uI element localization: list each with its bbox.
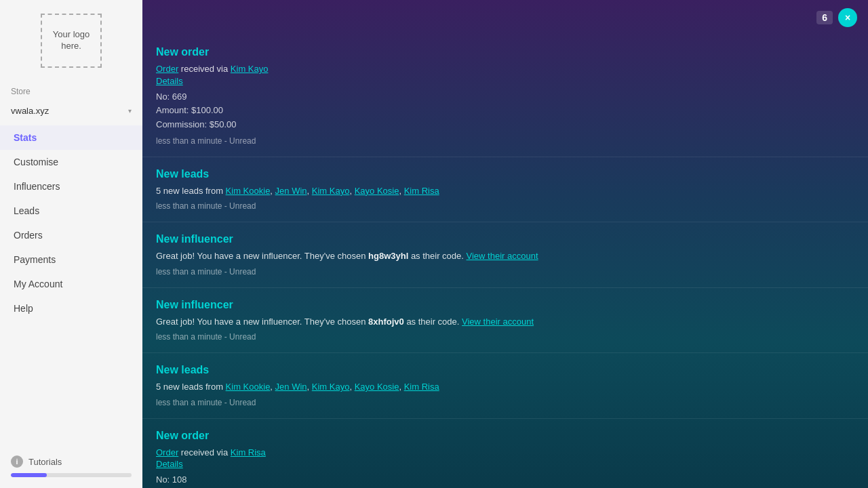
detail-no-2: No: 108 <box>156 473 854 487</box>
store-label: Store <box>0 81 142 102</box>
person-link-2[interactable]: Kim Risa <box>231 447 266 458</box>
order-link-1[interactable]: Order <box>156 64 178 74</box>
sidebar-item-payments[interactable]: Payments <box>0 247 142 272</box>
sidebar-item-influencers[interactable]: Influencers <box>0 174 142 199</box>
lead-link-kimrisa-2[interactable]: Kim Risa <box>404 382 439 392</box>
notification-item-new-leads-1: New leads 5 new leads from Kim Kookie, J… <box>142 157 868 223</box>
lead-link-jenwin-2[interactable]: Jen Win <box>275 382 307 392</box>
tutorials-label: Tutorials <box>28 457 62 467</box>
notification-badge: 6 <box>816 11 833 24</box>
view-account-link-1[interactable]: View their account <box>467 251 538 261</box>
notif-title-6: New order <box>156 430 854 442</box>
tutorials-progress-bar <box>11 473 132 477</box>
view-account-link-2[interactable]: View their account <box>462 317 534 327</box>
sidebar-item-help[interactable]: Help <box>0 296 142 321</box>
tutorials-icon: i <box>11 455 23 468</box>
notification-item-influencer-2: New influencer Great job! You have a new… <box>142 288 868 354</box>
logo-box: Your logo here. <box>41 14 102 68</box>
sidebar: Your logo here. Store vwala.xyz ▾ Stats … <box>0 0 142 488</box>
notif-title-3: New influencer <box>156 233 854 245</box>
lead-link-kayokosie-1[interactable]: Kayo Kosie <box>355 186 399 196</box>
details-link-2[interactable]: Details <box>156 459 854 469</box>
logo-area: Your logo here. <box>0 0 142 81</box>
lead-link-kimkayo-1[interactable]: Kim Kayo <box>312 186 350 196</box>
notification-header: 6 × <box>142 0 868 35</box>
lead-link-kimrisa-1[interactable]: Kim Risa <box>404 186 439 196</box>
sidebar-item-customise[interactable]: Customise <box>0 150 142 174</box>
close-notifications-button[interactable]: × <box>838 8 857 27</box>
notification-item-influencer-1: New influencer Great job! You have a new… <box>142 222 868 288</box>
nav-menu: Stats Customise Influencers Leads Orders… <box>0 120 142 445</box>
lead-link-jenwin-1[interactable]: Jen Win <box>275 186 307 196</box>
sidebar-item-stats[interactable]: Stats <box>0 125 142 150</box>
notif-meta-3: less than a minute - Unread <box>156 267 854 277</box>
notification-item-new-order-2: New order Order received via Kim Risa De… <box>142 419 868 488</box>
influencer-code-2: 8xhfojv0 <box>368 317 404 327</box>
detail-amount-1: Amount: $100.00 <box>156 104 854 118</box>
person-link-1[interactable]: Kim Kayo <box>231 64 269 74</box>
notif-meta-5: less than a minute - Unread <box>156 398 854 407</box>
logo-text: Your logo here. <box>42 29 100 52</box>
notification-panel: 6 × New order Order received via Kim Kay… <box>142 0 868 488</box>
notif-title-4: New influencer <box>156 299 854 311</box>
store-selector[interactable]: vwala.xyz ▾ <box>0 102 142 120</box>
notification-item-new-order-1: New order Order received via Kim Kayo De… <box>142 35 868 157</box>
notif-body-4: Great job! You have a new influencer. Th… <box>156 315 854 329</box>
notif-title-2: New leads <box>156 168 854 180</box>
order-link-2[interactable]: Order <box>156 447 178 458</box>
notif-meta-4: less than a minute - Unread <box>156 332 854 342</box>
details-link-1[interactable]: Details <box>156 76 854 86</box>
notif-body-6: Order received via Kim Risa <box>156 446 854 460</box>
lead-link-kayokosie-2[interactable]: Kayo Kosie <box>355 382 399 392</box>
tutorials-progress-fill <box>11 473 47 477</box>
notif-title-1: New order <box>156 46 854 58</box>
close-icon: × <box>845 12 850 23</box>
store-name: vwala.xyz <box>11 106 49 116</box>
notif-body-1: Order received via Kim Kayo <box>156 62 854 76</box>
detail-no-1: No: 669 <box>156 90 854 104</box>
lead-link-kimkayo-2[interactable]: Kim Kayo <box>312 382 350 392</box>
sidebar-bottom: i Tutorials <box>0 445 142 488</box>
notif-meta-1: less than a minute - Unread <box>156 136 854 146</box>
notif-body-2: 5 new leads from Kim Kookie, Jen Win, Ki… <box>156 184 854 198</box>
main-content: Influencer 8 16,843.7 250 200 150 100 50… <box>142 0 868 488</box>
tutorials-button[interactable]: i Tutorials <box>11 455 132 468</box>
sidebar-item-leads[interactable]: Leads <box>0 199 142 223</box>
detail-commission-1: Commission: $50.00 <box>156 118 854 132</box>
lead-link-kookie-1[interactable]: Kim Kookie <box>226 186 271 196</box>
sidebar-item-orders[interactable]: Orders <box>0 223 142 247</box>
chevron-down-icon: ▾ <box>128 107 132 115</box>
notif-body-5: 5 new leads from Kim Kookie, Jen Win, Ki… <box>156 380 854 394</box>
notif-title-5: New leads <box>156 364 854 376</box>
notif-body-3: Great job! You have a new influencer. Th… <box>156 249 854 263</box>
sidebar-item-my-account[interactable]: My Account <box>0 272 142 296</box>
lead-link-kookie-2[interactable]: Kim Kookie <box>226 382 271 392</box>
notif-meta-2: less than a minute - Unread <box>156 201 854 211</box>
influencer-code-1: hg8w3yhl <box>368 251 408 261</box>
notification-item-new-leads-2: New leads 5 new leads from Kim Kookie, J… <box>142 353 868 419</box>
